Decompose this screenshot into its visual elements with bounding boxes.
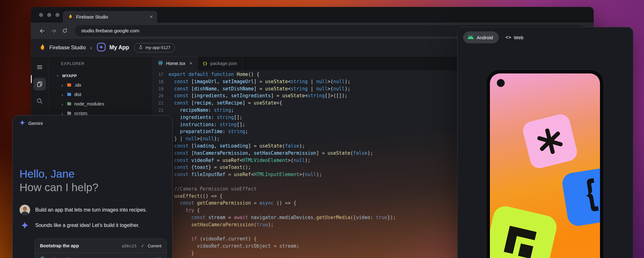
phone-screen[interactable] (490, 73, 600, 258)
folder-icon (67, 101, 72, 106)
app-tile-bracket (490, 204, 559, 258)
url-text: studio.firebase.google.com (81, 28, 139, 34)
brace-icon (578, 176, 600, 218)
code-text: preparationTime: string; (164, 128, 248, 135)
gemini-message-text: Sounds like a great idea! Let's build it… (35, 223, 139, 228)
line-number: 17 (153, 71, 164, 78)
task-card-title: Bootstrap the app (40, 243, 119, 248)
app-tile-brace (561, 166, 600, 228)
explorer-view-button[interactable] (33, 78, 46, 90)
user-message: Build an app that lets me turn images in… (19, 205, 167, 215)
code-text: const [hasCameraPermission, setHasCamera… (164, 150, 373, 157)
browser-tab[interactable]: Firebase Studio × (63, 11, 157, 23)
tab-close-icon[interactable]: × (150, 14, 153, 19)
bracket-icon (499, 221, 541, 258)
tree-root-label: MYAPP (62, 73, 77, 78)
chevron-right-icon: › (60, 83, 64, 88)
code-text: recipeName: string; (164, 107, 234, 114)
file-tree: › MYAPP › .idx › dist › (48, 71, 153, 118)
phone-mockup (486, 70, 603, 258)
camera-punch-hole (497, 79, 505, 87)
gemini-panel: Gemini Hello, Jane How can I help? Build… (12, 115, 173, 258)
code-text: const {toast} = useToast(); (164, 164, 251, 171)
breadcrumb-app-name[interactable]: My App (109, 44, 129, 51)
changed-file-row[interactable]: src/pages/Home.tsx +122 (35, 253, 166, 258)
window-zoom-button[interactable] (55, 13, 59, 17)
json-icon: {} (203, 61, 208, 66)
code-text: videoRef.current.srcObject = stream; (164, 243, 299, 250)
menu-button[interactable] (33, 61, 46, 73)
changed-file-path: src/pages/Home.tsx (48, 257, 87, 258)
window-minimize-button[interactable] (47, 13, 51, 17)
editor-tab-label: Home.tsx (166, 61, 185, 66)
code-text: const [ingredients, setIngredients] = us… (164, 92, 347, 99)
gemini-title: Gemini (28, 121, 43, 126)
line-number: 22 (153, 107, 164, 114)
chevron-right-icon: › (60, 92, 64, 97)
refresh-button[interactable] (60, 28, 69, 34)
app-tile-asterisk (521, 112, 579, 170)
diff-added-count: +122 (151, 257, 161, 258)
code-text: export default function Home() { (164, 71, 259, 78)
android-toggle-label: Android (477, 35, 493, 40)
code-text: ingredients: string[]; (164, 114, 242, 121)
tree-item-dist[interactable]: › dist (48, 90, 153, 99)
android-icon (467, 35, 474, 40)
code-text: const [recipe, setRecipe] = useState<{ (164, 99, 282, 107)
web-toggle[interactable]: <> Web (506, 35, 524, 40)
web-toggle-label: Web (514, 35, 524, 40)
greeting-name: Hello, Jane (19, 167, 98, 180)
window-controls (39, 13, 59, 17)
react-icon (40, 256, 45, 258)
tree-item-node-modules[interactable]: › node_modules (48, 99, 153, 109)
user-avatar (19, 205, 30, 215)
status-badge: Current (148, 244, 161, 248)
flask-icon (138, 45, 143, 51)
explorer-title: EXPLORER (48, 62, 153, 66)
code-text: const videoRef = useRef<HTMLVideoElement… (164, 157, 311, 164)
line-number: 21 (153, 99, 164, 107)
gemini-header: Gemini (19, 120, 43, 126)
app-prototype-icon (97, 42, 106, 53)
folder-icon (67, 83, 72, 88)
tree-root-myapp[interactable]: › MYAPP (48, 71, 153, 80)
forward-button[interactable] (49, 28, 58, 34)
task-card-header: Bootstrap the app a56c23 ✓ Current (35, 239, 166, 253)
code-icon: <> (506, 35, 511, 40)
chevron-down-icon: › (55, 74, 61, 78)
commit-hash: a56c23 (122, 244, 136, 248)
code-text: const stream = await navigator.mediaDevi… (164, 214, 396, 221)
asterisk-icon (532, 124, 568, 159)
tab-close-icon[interactable]: × (189, 61, 192, 66)
browser-tab-title: Firebase Studio (76, 14, 147, 19)
android-toggle[interactable]: Android (463, 31, 499, 43)
editor-tab-package-json[interactable]: {} package.json (198, 56, 243, 70)
line-number: 20 (153, 92, 164, 99)
code-text: if (videoRef.current) { (164, 235, 257, 243)
code-text: const [loading, setLoading] = useState(f… (164, 142, 305, 150)
gemini-star-icon (19, 222, 30, 229)
check-icon: ✓ (141, 243, 145, 248)
tree-item-idx[interactable]: › .idx (48, 80, 153, 90)
code-text: setHasCameraPermission(true); (164, 221, 274, 228)
marketing-background: Firebase Studio × studio.firebase.google… (0, 0, 644, 258)
code-text: const [dishName, setDishName] = useState… (164, 85, 350, 93)
back-button[interactable] (38, 28, 47, 34)
task-card[interactable]: Bootstrap the app a56c23 ✓ Current src/p… (35, 239, 167, 258)
gemini-star-icon (19, 120, 25, 126)
folder-icon (67, 92, 72, 97)
search-view-button[interactable] (33, 95, 46, 107)
breadcrumb-product[interactable]: Firebase Studio (49, 45, 86, 51)
breadcrumb-separator: › (90, 44, 92, 51)
tree-item-label: node_modules (74, 101, 104, 106)
code-text: const [imageUrl, setImageUrl] = useState… (164, 78, 350, 85)
window-close-button[interactable] (39, 13, 43, 17)
user-message-text: Build an app that lets me turn images in… (35, 207, 147, 213)
project-badge[interactable]: my-app-5127 (134, 43, 175, 52)
tree-item-label: dist (74, 92, 81, 97)
firebase-logo-icon (39, 43, 46, 53)
active-view-indicator (31, 75, 32, 83)
project-badge-label: my-app-5127 (145, 45, 170, 50)
line-number: 19 (153, 85, 164, 93)
editor-tab-home-tsx[interactable]: Home.tsx × (153, 56, 198, 70)
